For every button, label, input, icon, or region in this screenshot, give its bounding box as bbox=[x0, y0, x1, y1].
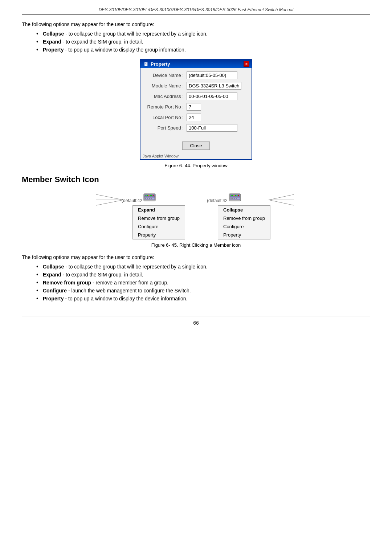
field-remote-port[interactable]: 7 bbox=[187, 103, 201, 111]
svg-point-10 bbox=[151, 195, 152, 196]
svg-rect-13 bbox=[147, 198, 148, 199]
svg-point-24 bbox=[233, 195, 234, 196]
list-item: Collapse - to collapse the group that wi… bbox=[36, 264, 370, 270]
property-dialog: 🖥 Property × Device Name : (default:05-0… bbox=[140, 59, 252, 160]
applet-label: Java Applet Window bbox=[140, 153, 252, 159]
dialog-close-x-button[interactable]: × bbox=[244, 61, 249, 67]
menu-item-property-left[interactable]: Property bbox=[133, 231, 185, 239]
right-lines-svg bbox=[267, 191, 296, 209]
right-context-menu: Collapse Remove from group Configure Pro… bbox=[218, 205, 270, 239]
dialog-footer: Close bbox=[140, 139, 252, 153]
list-item: Collapse - to collapse the group that wi… bbox=[36, 31, 370, 37]
label-local-port: Local Port No : bbox=[145, 115, 187, 120]
field-local-port[interactable]: 24 bbox=[187, 114, 201, 121]
desc-configure: - launch the web management to configure… bbox=[68, 288, 191, 294]
svg-point-8 bbox=[148, 195, 149, 196]
svg-rect-14 bbox=[149, 198, 150, 199]
list-item: Property - to pop up a window to display… bbox=[36, 47, 370, 53]
page-number: 66 bbox=[193, 320, 199, 326]
svg-point-23 bbox=[232, 195, 233, 196]
svg-rect-28 bbox=[230, 198, 232, 199]
svg-point-6 bbox=[145, 195, 146, 196]
dialog-row-port-speed: Port Speed : 100-Full bbox=[145, 124, 247, 132]
svg-point-26 bbox=[236, 195, 237, 196]
field-port-speed[interactable]: 100-Full bbox=[187, 124, 237, 132]
left-context-menu-group: (default:42 bbox=[122, 191, 185, 239]
right-icon-with-label: (default:42 bbox=[207, 191, 241, 204]
term-configure: Configure bbox=[43, 288, 67, 294]
right-switch-icon bbox=[228, 191, 241, 204]
dialog-row-module-name: Module Name : DGS-3324SR L3 Switch bbox=[145, 82, 247, 90]
svg-line-18 bbox=[269, 200, 294, 205]
figure2-caption: Figure 6- 45. Right Clicking a Member ic… bbox=[22, 242, 370, 248]
list-item: Property - to pop up a window to display… bbox=[36, 296, 370, 301]
label-device-name: Device Name : bbox=[145, 73, 187, 78]
menu-item-remove-from-group-left[interactable]: Remove from group bbox=[133, 214, 185, 222]
dialog-row-device-name: Device Name : (default:05-05-00) bbox=[145, 71, 247, 79]
svg-rect-30 bbox=[234, 198, 235, 199]
menu-item-property-right[interactable]: Property bbox=[218, 231, 270, 239]
desc-property2: - to pop up a window to display the devi… bbox=[65, 296, 187, 301]
label-module-name: Module Name : bbox=[145, 83, 187, 89]
list-item: Expand - to expand the SIM group, in det… bbox=[36, 272, 370, 278]
field-module-name[interactable]: DGS-3324SR L3 Switch bbox=[187, 82, 241, 90]
field-device-name[interactable]: (default:05-05-00) bbox=[187, 71, 237, 79]
term-property2: Property bbox=[43, 296, 64, 301]
menu-item-configure-right[interactable]: Configure bbox=[218, 222, 270, 231]
dialog-row-remote-port: Remote Port No : 7 bbox=[145, 103, 247, 111]
dialog-title-left: 🖥 Property bbox=[143, 61, 170, 67]
list-item: Expand - to expand the SIM group, in det… bbox=[36, 39, 370, 45]
property-dialog-container: 🖥 Property × Device Name : (default:05-0… bbox=[22, 59, 370, 160]
menu-item-configure-left[interactable]: Configure bbox=[133, 222, 185, 231]
term-expand2: Expand bbox=[43, 272, 61, 278]
switch-svg-left bbox=[143, 191, 156, 204]
section-heading-member-switch: Member Switch Icon bbox=[22, 175, 370, 184]
left-icon-with-label: (default:42 bbox=[122, 191, 156, 204]
property-icon: 🖥 bbox=[143, 61, 148, 67]
dialog-row-local-port: Local Port No : 24 bbox=[145, 114, 247, 121]
svg-point-25 bbox=[235, 195, 236, 196]
menu-item-expand[interactable]: Expand bbox=[133, 206, 185, 214]
list-item: Configure - launch the web management to… bbox=[36, 288, 370, 294]
term-expand: Expand bbox=[43, 39, 61, 45]
desc-collapse2: - to collapse the group that will be rep… bbox=[65, 264, 207, 270]
desc-collapse: - to collapse the group that will be rep… bbox=[65, 31, 207, 37]
close-button[interactable]: Close bbox=[182, 141, 209, 150]
svg-rect-31 bbox=[236, 198, 237, 199]
svg-point-22 bbox=[230, 195, 232, 196]
term-property: Property bbox=[43, 47, 64, 53]
svg-line-2 bbox=[96, 200, 123, 205]
menu-item-remove-from-group-right[interactable]: Remove from group bbox=[218, 214, 270, 222]
desc-expand: - to expand the SIM group, in detail. bbox=[62, 39, 143, 45]
member-intro-text: The following options may appear for the… bbox=[22, 254, 370, 260]
svg-rect-15 bbox=[151, 198, 152, 199]
svg-point-27 bbox=[238, 195, 239, 196]
right-device-label: (default:42 bbox=[207, 198, 228, 203]
dialog-row-mac-address: Mac Address : 00-06-01-05-05-00 bbox=[145, 93, 247, 100]
member-bullet-list: Collapse - to collapse the group that wi… bbox=[36, 264, 370, 301]
svg-rect-12 bbox=[145, 198, 146, 199]
list-item: Remove from group - remove a member from… bbox=[36, 280, 370, 286]
left-switch-icon bbox=[143, 191, 156, 204]
desc-property: - to pop up a window to display the grou… bbox=[65, 47, 185, 53]
term-collapse: Collapse bbox=[43, 31, 64, 37]
page-footer: 66 bbox=[22, 316, 370, 326]
switch-svg-right bbox=[228, 191, 241, 204]
field-mac-address[interactable]: 00-06-01-05-05-00 bbox=[187, 93, 237, 100]
right-context-menu-group: (default:42 bbox=[207, 191, 270, 239]
desc-expand2: - to expand the SIM group, in detail. bbox=[62, 272, 143, 278]
svg-point-7 bbox=[147, 195, 148, 196]
label-mac-address: Mac Address : bbox=[145, 94, 187, 99]
label-remote-port: Remote Port No : bbox=[145, 104, 187, 110]
header-title: DES-3010F/DES-3010FL/DES-3010G/DES-3016/… bbox=[99, 7, 293, 12]
svg-line-16 bbox=[269, 194, 294, 200]
dialog-title-text: Property bbox=[151, 61, 170, 67]
svg-point-9 bbox=[150, 195, 151, 196]
dialog-body: Device Name : (default:05-05-00) Module … bbox=[140, 68, 252, 138]
svg-rect-29 bbox=[232, 198, 233, 199]
menu-item-collapse[interactable]: Collapse bbox=[218, 206, 270, 214]
term-collapse2: Collapse bbox=[43, 264, 64, 270]
label-port-speed: Port Speed : bbox=[145, 125, 187, 131]
term-remove-from-group: Remove from group bbox=[43, 280, 91, 286]
dialog-titlebar: 🖥 Property × bbox=[140, 60, 252, 68]
